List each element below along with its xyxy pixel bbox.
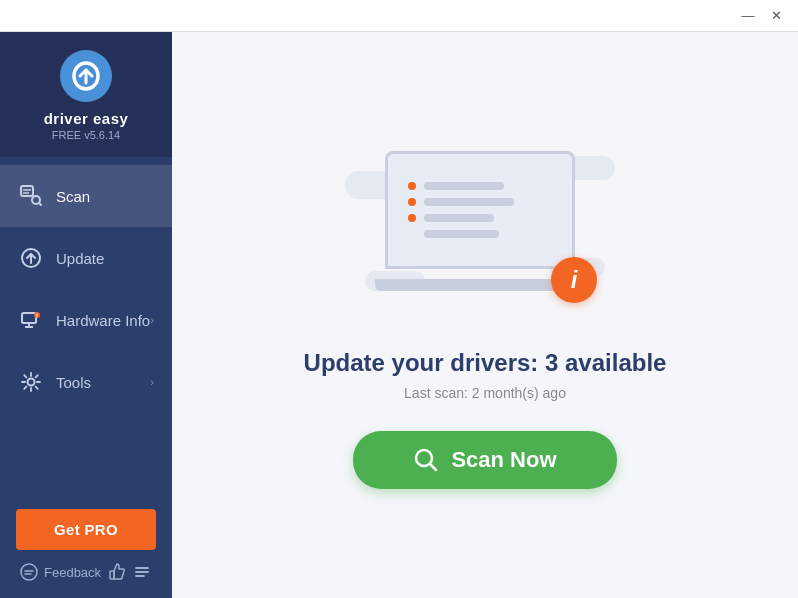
close-button[interactable]: ✕ [762, 5, 790, 27]
list-icon [132, 562, 152, 582]
minimize-button[interactable]: — [734, 5, 762, 27]
svg-point-15 [21, 564, 37, 580]
svg-rect-1 [21, 186, 33, 196]
screen-line-4 [424, 230, 499, 238]
tools-icon [18, 369, 44, 395]
svg-point-13 [37, 317, 38, 318]
feedback-icon [20, 563, 38, 581]
sidebar-item-update[interactable]: Update [0, 227, 172, 289]
footer-actions: Feedback [16, 558, 156, 582]
thumbs-up-icon [107, 562, 127, 582]
screen-line-2 [424, 198, 514, 206]
svg-rect-8 [22, 313, 36, 323]
svg-point-14 [28, 379, 35, 386]
sidebar-item-update-label: Update [56, 250, 154, 267]
screen-dot-2 [408, 198, 416, 206]
svg-line-5 [39, 203, 41, 205]
title-bar: — ✕ [0, 0, 798, 32]
scan-now-label: Scan Now [451, 447, 556, 473]
list-button[interactable] [132, 562, 152, 582]
screen-row-1 [408, 182, 552, 190]
screen-content [388, 168, 572, 252]
info-badge: i [551, 257, 597, 303]
sidebar-item-scan-label: Scan [56, 188, 154, 205]
sidebar-item-scan[interactable]: Scan [0, 165, 172, 227]
screen-line-1 [424, 182, 504, 190]
main-title: Update your drivers: 3 available [304, 349, 667, 377]
sidebar-item-hardware-info-label: Hardware Info [56, 312, 150, 329]
hardware-info-icon [18, 307, 44, 333]
scan-now-button[interactable]: Scan Now [353, 431, 616, 489]
svg-rect-18 [110, 571, 114, 579]
svg-line-23 [430, 464, 436, 470]
tools-arrow-icon: › [150, 376, 154, 388]
screen-dot-3 [408, 214, 416, 222]
laptop-screen [385, 151, 575, 269]
thumbs-up-button[interactable] [107, 562, 127, 582]
screen-row-2 [408, 198, 552, 206]
sidebar-footer: Get PRO Feedback [0, 497, 172, 598]
app-logo [60, 50, 112, 102]
screen-row-4 [408, 230, 552, 238]
main-subtitle: Last scan: 2 month(s) ago [404, 385, 566, 401]
update-icon [18, 245, 44, 271]
screen-dot-1 [408, 182, 416, 190]
sidebar-item-hardware-info[interactable]: Hardware Info › [0, 289, 172, 351]
screen-line-3 [424, 214, 494, 222]
app-name: driver easy [44, 110, 129, 127]
scan-icon [18, 183, 44, 209]
illustration: i [345, 141, 625, 321]
sidebar-header: driver easy FREE v5.6.14 [0, 32, 172, 157]
get-pro-button[interactable]: Get PRO [16, 509, 156, 550]
sidebar-item-tools-label: Tools [56, 374, 150, 391]
scan-now-icon [413, 447, 439, 473]
feedback-button[interactable]: Feedback [20, 562, 101, 582]
main-content: i Update your drivers: 3 available Last … [172, 32, 798, 598]
sidebar: driver easy FREE v5.6.14 Scan [0, 32, 172, 598]
app-body: driver easy FREE v5.6.14 Scan [0, 32, 798, 598]
sidebar-item-tools[interactable]: Tools › [0, 351, 172, 413]
sidebar-nav: Scan Update [0, 157, 172, 497]
feedback-label: Feedback [44, 565, 101, 580]
hardware-info-arrow-icon: › [150, 314, 154, 326]
screen-row-3 [408, 214, 552, 222]
app-version: FREE v5.6.14 [52, 129, 120, 141]
